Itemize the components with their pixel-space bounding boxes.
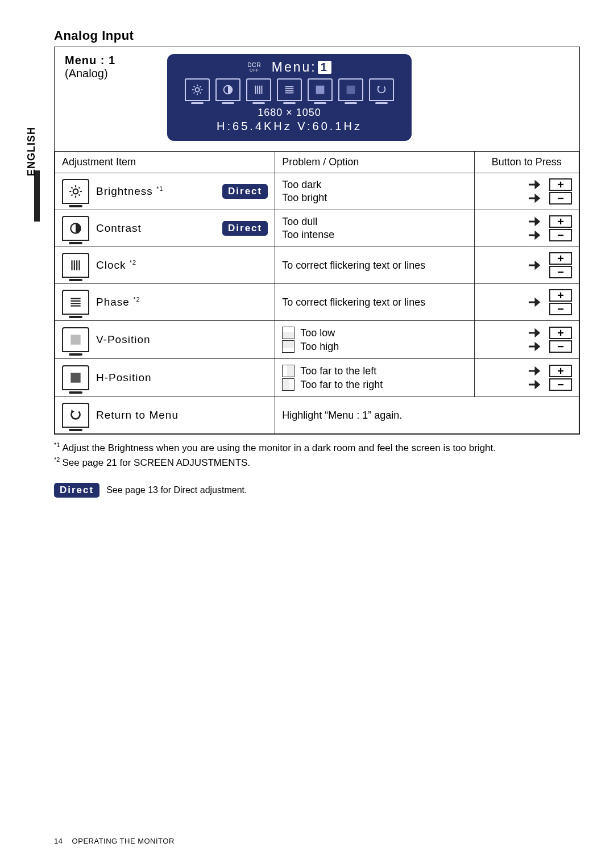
- footnotes: *1Adjust the Brightness when you are usi…: [54, 441, 580, 468]
- return-icon: [62, 403, 89, 428]
- plus-button[interactable]: +: [549, 252, 572, 265]
- svg-line-8: [200, 86, 201, 87]
- minus-button[interactable]: −: [549, 378, 572, 391]
- footnote-2: See page 21 for SCREEN ADJUSTMENTS.: [62, 457, 250, 468]
- hposition-icon: [338, 78, 363, 101]
- vposition-icon: [308, 78, 333, 101]
- minus-button[interactable]: −: [549, 303, 572, 315]
- menu-label-block: Menu : 1 (Analog): [65, 54, 144, 80]
- direct-note: Direct See page 13 for Direct adjustment…: [54, 483, 580, 498]
- problem-too-low: Too low: [300, 327, 335, 339]
- hand-icon: [528, 296, 545, 308]
- direct-badge: Direct: [54, 483, 99, 498]
- osd-menu-label: Menu:: [272, 60, 317, 75]
- problem-return: Highlight “Menu : 1” again.: [275, 397, 579, 434]
- osd-resolution: 1680 × 1050: [177, 107, 401, 119]
- swatch-icon: [282, 327, 294, 339]
- footer-section: OPERATING THE MONITOR: [72, 837, 175, 845]
- table-row: Return to Menu Highlight “Menu : 1” agai…: [55, 397, 579, 434]
- svg-line-28: [71, 194, 72, 195]
- hand-icon: [528, 378, 545, 391]
- swatch-icon: [282, 340, 294, 353]
- contrast-icon: [215, 78, 240, 101]
- clock-icon: [246, 78, 271, 101]
- direct-note-text: See page 13 for Direct adjustment.: [106, 485, 247, 495]
- hand-icon: [528, 259, 545, 272]
- minus-button[interactable]: −: [549, 192, 572, 205]
- osd-frequency: H:65.4KHz V:60.1Hz: [177, 120, 401, 133]
- vposition-icon: [62, 327, 89, 352]
- page-footer: 14 OPERATING THE MONITOR: [54, 837, 175, 845]
- minus-button[interactable]: −: [549, 266, 572, 278]
- brightness-icon: [185, 78, 210, 101]
- dcr-indicator: DCROFF: [247, 62, 262, 73]
- hand-icon: [528, 192, 545, 205]
- svg-marker-20: [378, 86, 380, 89]
- clock-icon: [62, 253, 89, 278]
- phase-icon: [62, 290, 89, 315]
- problem-phase: To correct flickering text or lines: [275, 284, 474, 321]
- problem-too-bright: Too bright: [282, 192, 467, 204]
- table-row: Phase *2 To correct flickering text or l…: [55, 284, 579, 321]
- svg-point-21: [73, 189, 78, 194]
- table-row: V-Position Too low Too high + −: [55, 321, 579, 359]
- plus-button[interactable]: +: [549, 289, 572, 302]
- brightness-icon: [62, 179, 89, 204]
- osd-screenshot: DCROFF Menu: 1 1680 × 1050: [167, 54, 412, 141]
- menu-title: Menu : 1: [65, 54, 144, 67]
- table-row: H-Position Too far to the left Too far t…: [55, 359, 579, 397]
- plus-button[interactable]: +: [549, 178, 572, 191]
- problem-too-right: Too far to the right: [300, 379, 383, 391]
- svg-line-6: [200, 93, 201, 94]
- osd-preview-area: Menu : 1 (Analog) DCROFF Menu: 1: [55, 47, 579, 151]
- language-tab: ENGLISH: [26, 127, 38, 176]
- menu-subtitle: (Analog): [65, 67, 144, 80]
- svg-line-7: [194, 93, 195, 94]
- osd-icon-row: [177, 78, 401, 101]
- problem-too-dull: Too dull: [282, 216, 467, 228]
- hposition-label: H-Position: [96, 372, 268, 384]
- svg-rect-40: [70, 373, 80, 382]
- hand-icon: [528, 178, 545, 191]
- plus-button[interactable]: +: [549, 365, 572, 377]
- plus-button[interactable]: +: [549, 215, 572, 228]
- problem-too-intense: Too intense: [282, 229, 467, 241]
- svg-point-0: [195, 87, 199, 91]
- header-problem: Problem / Option: [275, 152, 474, 173]
- minus-button[interactable]: −: [549, 229, 572, 241]
- svg-rect-39: [70, 335, 80, 344]
- return-icon: [369, 78, 394, 101]
- problem-too-high: Too high: [300, 341, 339, 353]
- contrast-icon: [62, 216, 89, 241]
- adjustment-table: Adjustment Item Problem / Option Button …: [55, 151, 579, 434]
- svg-line-27: [78, 194, 80, 195]
- page-heading: Analog Input: [54, 28, 580, 43]
- clock-label: Clock *2: [96, 259, 268, 272]
- osd-menu-number: 1: [318, 61, 331, 74]
- hand-icon: [528, 340, 545, 353]
- svg-rect-19: [347, 86, 355, 94]
- menu-panel: Menu : 1 (Analog) DCROFF Menu: 1: [54, 47, 580, 435]
- header-adjustment: Adjustment Item: [55, 152, 275, 173]
- problem-too-left: Too far to the left: [300, 365, 376, 377]
- direct-badge: Direct: [222, 221, 268, 236]
- contrast-label: Contrast: [96, 222, 215, 235]
- swatch-icon: [282, 365, 294, 377]
- svg-line-5: [194, 86, 195, 87]
- minus-button[interactable]: −: [549, 340, 572, 353]
- language-tab-bar: [34, 170, 40, 222]
- problem-too-dark: Too dark: [282, 179, 467, 191]
- phase-label: Phase *2: [96, 296, 268, 308]
- phase-icon: [277, 78, 302, 101]
- direct-badge: Direct: [222, 184, 268, 199]
- table-row: Brightness *1 Direct Too dark Too bright…: [55, 173, 579, 210]
- plus-button[interactable]: +: [549, 327, 572, 339]
- hand-icon: [528, 229, 545, 241]
- table-row: Clock *2 To correct flickering text or l…: [55, 247, 579, 284]
- hand-icon: [528, 365, 545, 377]
- vposition-label: V-Position: [96, 333, 268, 346]
- svg-marker-41: [71, 410, 74, 414]
- page-number: 14: [54, 837, 63, 845]
- footnote-1: Adjust the Brightness when you are using…: [62, 443, 496, 453]
- header-button: Button to Press: [474, 152, 579, 173]
